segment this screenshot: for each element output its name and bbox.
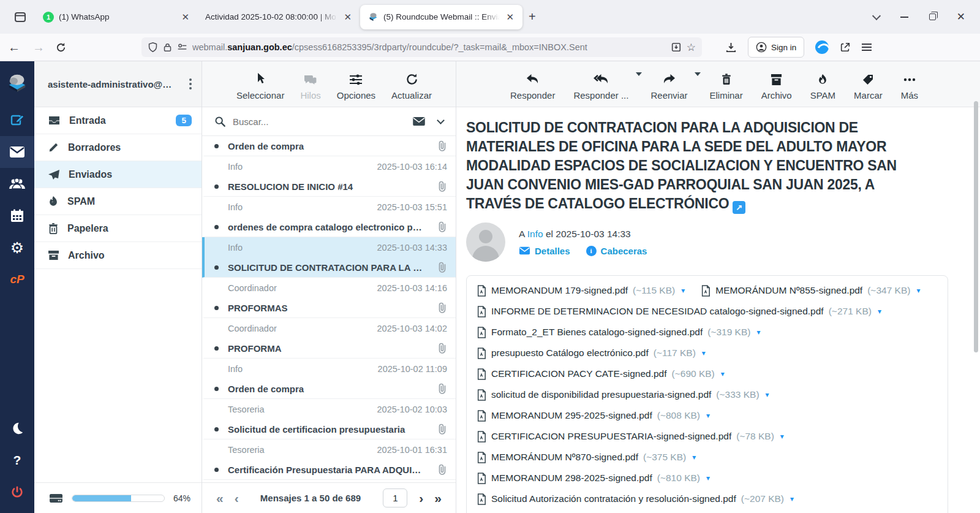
message-meta-row[interactable]: Tesoreria2025-10-01 16:31: [202, 439, 456, 460]
message-meta-row[interactable]: Coordinador2025-10-03 14:16: [202, 278, 456, 298]
url-bar[interactable]: webmail.sanjuan.gob.ec/cpsess6168253395/…: [141, 37, 702, 57]
message-subject-row[interactable]: Certificación Presupuestaria PARA ADQUI…: [202, 460, 456, 480]
attachment-menu-icon[interactable]: ▾: [916, 286, 920, 295]
logout-icon[interactable]: [0, 476, 34, 508]
spam-button[interactable]: SPAM: [810, 74, 835, 101]
recipient-link[interactable]: Info: [527, 229, 543, 239]
folder-papelera[interactable]: Papelera: [34, 215, 202, 242]
forward-button[interactable]: Reenviar: [650, 74, 687, 101]
details-link[interactable]: Detalles: [519, 246, 570, 256]
new-tab-button[interactable]: +: [529, 10, 536, 24]
attachment-item[interactable]: MEMORÁNDUM Nº870-signed.pdf(~375 KB)▾: [477, 450, 696, 465]
tab-close-icon[interactable]: ✕: [505, 12, 515, 23]
message-subject-row[interactable]: PROFORMA: [202, 338, 456, 359]
prev-page-button[interactable]: ‹: [229, 491, 244, 506]
message-meta-row[interactable]: Tesoreria2025-10-02 10:03: [202, 399, 456, 419]
attachment-item[interactable]: CERTIFICACION PRESUPUESTARIA-signed-sign…: [477, 429, 784, 444]
tab-close-icon[interactable]: ✕: [342, 12, 353, 23]
firefox-view-icon[interactable]: [11, 8, 29, 26]
last-page-button[interactable]: »: [429, 491, 447, 506]
page-number-input[interactable]: 1: [383, 488, 407, 507]
folder-borradores[interactable]: Borradores: [34, 134, 202, 161]
first-page-button[interactable]: «: [211, 491, 229, 506]
folder-enviados[interactable]: Enviados: [34, 161, 202, 188]
downloads-icon[interactable]: [725, 42, 737, 53]
attachment-item[interactable]: Formato_2_ET Bienes catalogo-signed-sign…: [477, 325, 761, 340]
message-meta-row[interactable]: Info2025-10-03 16:14: [202, 156, 456, 177]
tab-close-icon[interactable]: ✕: [180, 12, 190, 23]
attachment-menu-icon[interactable]: ▾: [790, 495, 794, 503]
reply-all-dropdown-icon[interactable]: [636, 72, 642, 76]
attachment-menu-icon[interactable]: ▾: [702, 349, 706, 357]
delete-button[interactable]: Eliminar: [709, 74, 742, 101]
message-subject-row[interactable]: Solicitud de certificacion presupuestari…: [202, 419, 456, 439]
select-button[interactable]: Seleccionar: [236, 72, 284, 101]
message-subject-row[interactable]: PROFORMAS: [202, 298, 456, 318]
message-subject-row[interactable]: RESOLUCION DE INICIO #14: [202, 177, 456, 197]
more-button[interactable]: Más: [901, 74, 918, 101]
forward-button[interactable]: →: [31, 40, 47, 55]
folder-archivo[interactable]: Archivo: [34, 242, 202, 269]
attachment-item[interactable]: MEMORÁNDUM Nº855-signed.pdf(~347 KB)▾: [701, 283, 920, 298]
message-subject-row-selected[interactable]: SOLICITUD DE CONTRATACION PARA LA …: [202, 257, 456, 278]
reload-button[interactable]: [55, 42, 67, 53]
attachment-menu-icon[interactable]: ▾: [780, 432, 784, 441]
search-bar[interactable]: [202, 107, 456, 136]
back-button[interactable]: ←: [6, 40, 22, 55]
account-header[interactable]: asistente-administrativo@…: [34, 61, 202, 107]
calendar-nav-icon[interactable]: [0, 200, 34, 232]
attachment-item[interactable]: MEMORANDUM 298-2025-signed.pdf(~810 KB)▾: [477, 471, 710, 485]
message-meta-row[interactable]: Coordinador2025-10-03 14:02: [202, 318, 456, 338]
message-subject-row[interactable]: Orden de compra: [202, 136, 456, 156]
restore-button[interactable]: [929, 13, 936, 20]
permissions-icon[interactable]: [177, 43, 187, 51]
mark-button[interactable]: Marcar: [854, 74, 883, 101]
account-menu-icon[interactable]: [186, 76, 195, 92]
reply-button[interactable]: Responder: [510, 74, 555, 101]
share-icon[interactable]: [840, 42, 851, 53]
attachment-menu-icon[interactable]: ▾: [721, 370, 725, 378]
tab-roundcube-active[interactable]: (5) Roundcube Webmail :: Envia ✕: [360, 5, 522, 29]
cpanel-nav-icon[interactable]: cP: [0, 264, 34, 295]
search-options-chevron-icon[interactable]: [437, 116, 445, 124]
lock-icon[interactable]: [163, 42, 172, 53]
attachment-menu-icon[interactable]: ▾: [681, 286, 685, 295]
bookmark-star-icon[interactable]: ☆: [687, 41, 696, 54]
attachment-menu-icon[interactable]: ▾: [756, 328, 760, 336]
attachment-item[interactable]: solicitud de disponibilidad presupuestar…: [477, 387, 769, 402]
attachment-item[interactable]: MEMORANDUM 295-2025-signed.pdf(~808 KB)▾: [477, 408, 710, 423]
refresh-button[interactable]: Actualizar: [391, 73, 432, 101]
profile-badge-icon[interactable]: [815, 40, 829, 54]
folder-entrada[interactable]: Entrada 5: [34, 107, 202, 134]
threads-button[interactable]: Hilos: [300, 74, 320, 101]
attachment-item[interactable]: INFORME DE DETERMINACION DE NECESIDAD ca…: [477, 304, 881, 319]
headers-link[interactable]: i Cabeceras: [586, 246, 647, 256]
settings-nav-icon[interactable]: ⚙: [0, 232, 34, 264]
attachment-menu-icon[interactable]: ▾: [766, 390, 769, 399]
search-input[interactable]: [233, 116, 405, 127]
mail-nav-icon[interactable]: [0, 136, 34, 168]
scrollbar-thumb[interactable]: [974, 101, 978, 352]
list-all-tabs-icon[interactable]: [872, 11, 881, 20]
help-icon[interactable]: ?: [0, 444, 34, 476]
options-button[interactable]: Opciones: [337, 74, 375, 101]
attachment-menu-icon[interactable]: ▾: [706, 411, 710, 420]
shield-icon[interactable]: [148, 42, 158, 53]
tab-actividad[interactable]: Actividad 2025-10-02 08:00:00 | Mo ✕: [198, 5, 360, 29]
tab-whatsapp[interactable]: 1 (1) WhatsApp ✕: [36, 5, 198, 29]
forward-dropdown-icon[interactable]: [695, 72, 701, 76]
reply-all-button[interactable]: Responder ...: [573, 74, 628, 101]
attachment-item[interactable]: MEMORANDUM 179-signed.pdf(~115 KB)▾: [477, 283, 685, 298]
archive-button[interactable]: Archivo: [761, 74, 792, 101]
message-meta-row[interactable]: Info2025-10-03 15:51: [202, 197, 456, 217]
message-subject-row[interactable]: Orden de compra: [202, 379, 456, 399]
attachment-menu-icon[interactable]: ▾: [706, 474, 710, 482]
minimize-button[interactable]: [900, 17, 908, 18]
menu-icon[interactable]: [862, 42, 872, 53]
close-window-button[interactable]: ✕: [957, 10, 965, 23]
attachment-item[interactable]: presupuesto Catálogo electrónico.pdf(~11…: [477, 346, 706, 360]
sign-in-button[interactable]: Sign in: [748, 37, 804, 58]
search-scope-mail-icon[interactable]: [412, 116, 426, 126]
save-page-icon[interactable]: [671, 42, 682, 53]
folder-spam[interactable]: SPAM: [34, 188, 202, 215]
